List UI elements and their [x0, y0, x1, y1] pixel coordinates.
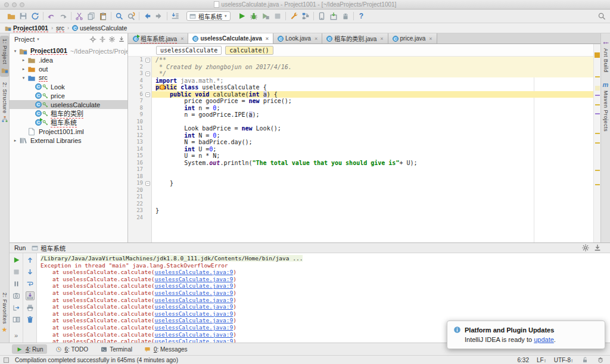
- code-line[interactable]: System.out.println("The total value that…: [152, 160, 600, 167]
- line-ending-select[interactable]: LF↕: [537, 357, 546, 363]
- code-editor[interactable]: 1−23−456−78910111213141516171819−2021222…: [128, 57, 600, 242]
- device-icon[interactable]: [317, 11, 326, 21]
- scrollend-icon[interactable]: [26, 291, 35, 300]
- line-number[interactable]: 13: [128, 139, 151, 146]
- stack-trace-link[interactable]: uselessCalculate.java:9: [155, 297, 234, 303]
- stack-trace-link[interactable]: uselessCalculate.java:9: [155, 282, 234, 289]
- paste-icon[interactable]: [98, 11, 108, 21]
- search-everywhere-icon[interactable]: [597, 11, 606, 21]
- line-number[interactable]: 12: [128, 132, 151, 139]
- editor-tab[interactable]: C租车的类别.java×: [322, 33, 388, 43]
- run-configuration-select[interactable]: 租车系统 ▾: [186, 11, 231, 21]
- chevron-expanded-icon[interactable]: ▾: [12, 49, 18, 54]
- pause-icon[interactable]: [12, 279, 21, 288]
- coverage-icon[interactable]: [261, 11, 270, 21]
- intention-bulb-icon[interactable]: [160, 85, 165, 90]
- debug-icon[interactable]: [249, 11, 259, 21]
- code-line[interactable]: [152, 166, 600, 173]
- exit-icon[interactable]: [12, 303, 21, 312]
- gear-icon[interactable]: [581, 243, 590, 253]
- tree-item[interactable]: Project1001.iml: [10, 127, 127, 136]
- fold-marker-icon[interactable]: −: [145, 92, 150, 97]
- stack-trace-link[interactable]: uselessCalculate.java:9: [155, 310, 234, 317]
- close-icon[interactable]: ×: [315, 36, 318, 42]
- line-number[interactable]: 21: [128, 194, 151, 201]
- close-icon[interactable]: ×: [266, 36, 269, 42]
- stack-trace-link[interactable]: uselessCalculate.java:9: [155, 290, 234, 296]
- caret-position[interactable]: 6:32: [518, 357, 529, 363]
- forward-icon[interactable]: [154, 11, 164, 21]
- open-icon[interactable]: [7, 11, 16, 21]
- run-panel-tab[interactable]: 租车系统: [31, 244, 66, 253]
- tool-window-bar-button-run[interactable]: ▶4: Run: [12, 344, 47, 354]
- code-line[interactable]: N = badPrice.day();: [152, 139, 600, 146]
- tool-window-switcher-icon[interactable]: [4, 357, 9, 363]
- fold-marker-icon[interactable]: −: [145, 71, 150, 76]
- tool-window-bar-button-terminal[interactable]: Terminal: [96, 344, 136, 354]
- tree-item[interactable]: ▸out: [10, 64, 127, 73]
- chevron-down-icon[interactable]: ▾: [37, 37, 39, 42]
- code-line[interactable]: int N = 0;: [152, 132, 600, 139]
- code-line[interactable]: public class uselessCalculate {: [152, 84, 600, 91]
- line-number[interactable]: 6−: [128, 91, 151, 98]
- undo-icon[interactable]: [46, 11, 56, 21]
- stack-trace-link[interactable]: uselessCalculate.java:9: [155, 269, 234, 275]
- encoding-select[interactable]: UTF-8↕: [554, 357, 573, 363]
- close-icon[interactable]: ×: [429, 36, 432, 42]
- stop-icon[interactable]: [12, 267, 21, 276]
- tool-window-button-maven-projects[interactable]: mMaven Projects: [601, 78, 610, 135]
- code-line[interactable]: import java.math.*;: [152, 77, 600, 85]
- cut-icon[interactable]: [74, 11, 84, 21]
- breadcrumb-item[interactable]: src: [56, 24, 64, 32]
- stack-trace-link[interactable]: uselessCalculate.java:9: [155, 276, 234, 282]
- settings-icon[interactable]: [289, 11, 298, 21]
- line-number[interactable]: 18: [128, 173, 151, 181]
- editor-tab[interactable]: CLook.java×: [273, 33, 322, 43]
- code-line[interactable]: U = n * N;: [152, 153, 600, 160]
- line-number[interactable]: 5: [128, 84, 151, 91]
- code-line[interactable]: * Created by zhongbojun on 2017/4/16.: [152, 64, 600, 71]
- hidedock-icon[interactable]: [593, 243, 602, 253]
- code-line[interactable]: price goodPrice = new price();: [152, 98, 600, 105]
- tool-window-button-2-favorites[interactable]: 2: Favorites★: [0, 290, 9, 337]
- structure-crumb[interactable]: calculate(): [225, 46, 273, 55]
- minimize-window-button[interactable]: [12, 2, 17, 7]
- line-number[interactable]: 16: [128, 160, 151, 167]
- editor-code-area[interactable]: /** * Created by zhongbojun on 2017/4/16…: [152, 57, 600, 242]
- sync-icon[interactable]: [30, 11, 40, 21]
- tool-window-button-1-project[interactable]: 1: Project: [0, 36, 9, 77]
- breadcrumb-item[interactable]: CuselessCalculate: [72, 24, 127, 32]
- stack-trace-link[interactable]: uselessCalculate.java:9: [155, 324, 234, 331]
- code-line[interactable]: n = goodPrice.IPE(a);: [152, 111, 600, 119]
- redo-icon[interactable]: [58, 11, 68, 21]
- more-icon[interactable]: »: [12, 331, 21, 340]
- layout-icon[interactable]: [12, 315, 21, 324]
- line-number[interactable]: 23: [128, 207, 151, 214]
- line-number[interactable]: 7: [128, 98, 151, 105]
- run-icon[interactable]: [237, 11, 247, 21]
- line-number[interactable]: 22: [128, 201, 151, 208]
- project-panel-title[interactable]: Project: [14, 36, 35, 43]
- fold-marker-icon[interactable]: −: [145, 58, 150, 63]
- line-number[interactable]: 10: [128, 119, 151, 126]
- close-window-button[interactable]: [4, 2, 9, 7]
- structure-crumb[interactable]: uselessCalculate: [156, 46, 222, 55]
- line-number[interactable]: 2: [128, 64, 151, 71]
- code-line[interactable]: Look badPrice = new Look();: [152, 125, 600, 132]
- lock-icon[interactable]: [581, 356, 589, 364]
- line-number[interactable]: 17: [128, 166, 151, 173]
- stop-icon[interactable]: [273, 11, 282, 21]
- android-icon[interactable]: [341, 11, 350, 21]
- code-line[interactable]: [152, 201, 600, 208]
- tree-item[interactable]: ▸External Libraries: [10, 136, 127, 145]
- stack-trace-link[interactable]: uselessCalculate.java:9: [155, 303, 234, 310]
- tree-item[interactable]: CLook: [10, 82, 127, 91]
- code-line[interactable]: [152, 119, 600, 126]
- tree-item[interactable]: ▾Project1001~/IdeaProjects/Projec: [10, 46, 127, 55]
- tree-item[interactable]: CuselessCalculate: [10, 100, 127, 109]
- hidewin-icon[interactable]: [170, 11, 180, 21]
- close-icon[interactable]: ×: [380, 36, 383, 42]
- line-number[interactable]: 24: [128, 214, 151, 222]
- hidedock-icon[interactable]: [117, 36, 125, 43]
- line-number[interactable]: 3−: [128, 70, 151, 77]
